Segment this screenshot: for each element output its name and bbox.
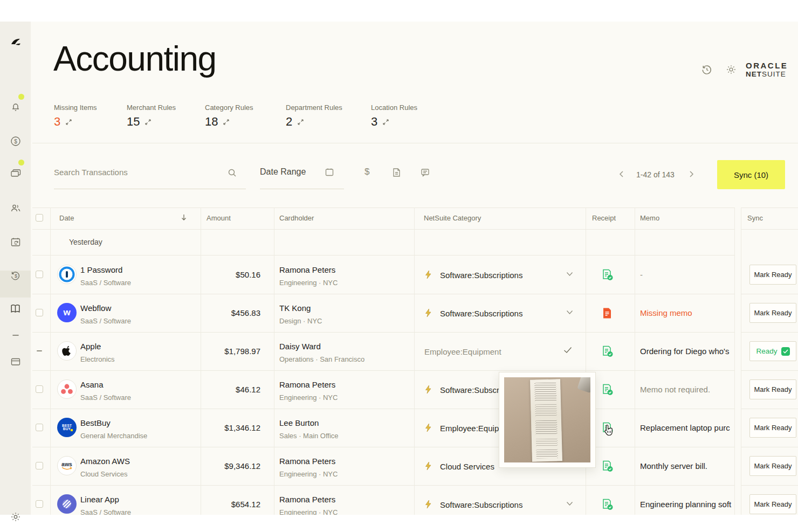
pagination-prev-icon[interactable] (618, 170, 625, 178)
column-header-sync[interactable]: Sync (747, 214, 763, 222)
date-range-filter[interactable]: Date Range (260, 167, 306, 177)
merchant-logo-1password (57, 265, 77, 284)
header-divider (32, 143, 798, 143)
memo-filter-icon[interactable] (421, 168, 430, 177)
receipt-valid-icon[interactable] (601, 498, 614, 511)
receipt-valid-icon[interactable] (601, 268, 614, 281)
category-select[interactable]: Software:Subscriptions (440, 309, 561, 318)
category-select[interactable]: Software:Subscriptions (440, 271, 561, 280)
search-input[interactable]: Search Transactions (54, 168, 128, 177)
mark-ready-button[interactable]: Mark Ready (749, 418, 796, 438)
table-row[interactable]: Asana SaaS / Software $46.12 Ramona Pete… (0, 370, 798, 409)
sort-desc-icon[interactable] (180, 213, 188, 222)
auto-category-lightning-icon (424, 270, 432, 279)
receipt-valid-icon[interactable] (601, 460, 614, 473)
select-all-checkbox[interactable] (36, 214, 43, 222)
stat-department-rules[interactable]: Department Rules 2 (286, 103, 342, 129)
merchant-logo-webflow: w (57, 303, 77, 322)
row-select-dash[interactable] (37, 350, 42, 351)
expand-icon[interactable] (382, 119, 389, 126)
column-header-receipt[interactable]: Receipt (592, 214, 616, 222)
cardholder-detail: Design · NYC (279, 317, 322, 325)
row-checkbox[interactable] (36, 462, 43, 469)
ready-button[interactable]: Ready (749, 341, 796, 361)
merchant-name: 1 Password (80, 265, 122, 274)
expand-icon[interactable] (65, 119, 72, 126)
mark-ready-button[interactable]: Mark Ready (749, 494, 796, 514)
stat-location-rules[interactable]: Location Rules 3 (371, 103, 417, 129)
memo-cell[interactable]: - (640, 270, 733, 279)
row-checkbox[interactable] (36, 424, 43, 431)
merchant-name: BestBuy (80, 418, 111, 427)
search-icon[interactable] (228, 168, 237, 177)
category-confirmed[interactable]: Employee:Equipment (424, 347, 559, 356)
stat-merchant-rules[interactable]: Merchant Rules 15 (127, 103, 176, 129)
memo-cell[interactable]: Missing memo (640, 308, 733, 317)
expand-icon[interactable] (297, 119, 304, 126)
cardholder-name: Daisy Ward (279, 342, 321, 351)
chevron-down-icon[interactable] (566, 501, 573, 506)
row-checkbox[interactable] (36, 309, 43, 316)
category-select[interactable]: Software:Subscriptions (440, 500, 561, 509)
cardholder-detail: Operations · San Francisco (279, 355, 364, 363)
auto-category-lightning-icon (424, 500, 432, 509)
notifications-bell-icon[interactable] (0, 96, 31, 118)
category-check-icon (563, 347, 572, 354)
mark-ready-button[interactable]: Mark Ready (749, 265, 796, 285)
row-checkbox[interactable] (36, 385, 43, 393)
logo-letter: w (63, 307, 70, 318)
merchant-type: SaaS / Software (80, 393, 131, 402)
calendar-icon[interactable] (325, 167, 334, 177)
table-row[interactable]: w Webflow SaaS / Software $456.83 TK Kon… (0, 294, 798, 332)
spend-dollar-icon[interactable]: $ (0, 130, 31, 152)
stat-label: Category Rules (205, 103, 253, 112)
amount-cell: $1,798.97 (201, 347, 260, 356)
table-row[interactable]: BEST BUY BestBuy General Merchandise $1,… (0, 409, 798, 447)
receipt-missing-icon[interactable] (602, 307, 613, 319)
sync-history-icon[interactable] (701, 64, 713, 75)
column-header-date[interactable]: Date (59, 214, 74, 222)
calendar-sync-icon[interactable] (0, 231, 31, 253)
ramp-logo-icon[interactable] (0, 31, 31, 53)
amount-cell: $654.12 (201, 500, 260, 509)
row-checkbox[interactable] (36, 500, 43, 508)
amount-filter-icon[interactable]: $ (364, 167, 369, 177)
table-row[interactable]: Linear App SaaS / Software $654.12 Ramon… (0, 485, 798, 515)
stat-missing-items[interactable]: Missing Items 3 (54, 103, 97, 129)
column-header-memo[interactable]: Memo (640, 214, 659, 222)
stat-category-rules[interactable]: Category Rules 18 (205, 103, 253, 129)
memo-cell[interactable]: Ordering for Diego who's (640, 347, 733, 356)
chevron-down-icon[interactable] (566, 272, 573, 277)
memo-cell[interactable]: Monthly server bill. (640, 461, 733, 471)
people-icon[interactable] (0, 197, 31, 219)
row-checkbox[interactable] (36, 271, 43, 278)
receipt-valid-icon[interactable] (601, 383, 614, 396)
table-row[interactable]: 1 Password SaaS / Software $50.16 Ramona… (0, 255, 798, 294)
expand-icon[interactable] (145, 119, 152, 126)
mark-ready-button[interactable]: Mark Ready (749, 456, 796, 476)
column-header-amount[interactable]: Amount (207, 214, 231, 222)
memo-cell[interactable]: Replacement laptop purc (640, 423, 733, 432)
table-row[interactable]: aws Amazon AWS Cloud Services $9,346.12 … (0, 447, 798, 485)
memo-cell[interactable]: Engineering planning soft (640, 500, 733, 509)
expand-icon[interactable] (223, 119, 230, 126)
chevron-down-icon[interactable] (566, 310, 573, 315)
integration-settings-gear-icon[interactable] (725, 64, 737, 75)
table-row[interactable]: Apple Electronics $1,798.97 Daisy Ward O… (0, 332, 798, 370)
column-header-cardholder[interactable]: Cardholder (279, 214, 314, 222)
cards-icon[interactable] (0, 162, 31, 184)
amount-cell: $1,346.12 (201, 423, 260, 432)
pagination-next-icon[interactable] (687, 170, 695, 178)
app-window: $ $ Accounting (0, 0, 798, 532)
daterange-underline (260, 189, 344, 189)
sync-button[interactable]: Sync (10) (717, 160, 785, 189)
merchant-type: SaaS / Software (80, 279, 131, 287)
receipt-filter-icon[interactable] (392, 168, 401, 177)
memo-cell[interactable]: Memo not required. (640, 385, 733, 394)
stat-label: Department Rules (286, 103, 342, 112)
column-header-category[interactable]: NetSuite Category (424, 214, 481, 222)
merchant-type: Electronics (80, 355, 115, 363)
mark-ready-button[interactable]: Mark Ready (749, 303, 796, 323)
receipt-valid-icon[interactable] (601, 345, 614, 358)
mark-ready-button[interactable]: Mark Ready (749, 379, 796, 399)
